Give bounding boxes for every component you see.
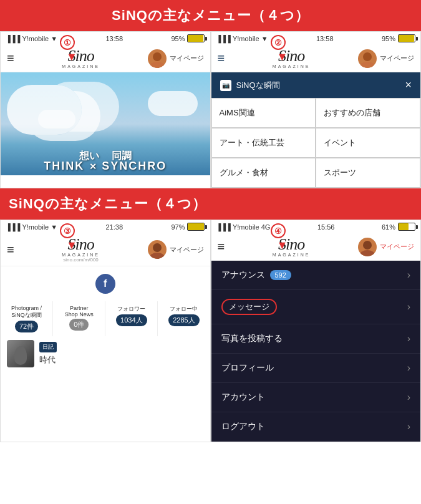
status-bar-3: ▐▐▐ Y!mobile ▼ 21:38 97% bbox=[1, 220, 210, 233]
svg-point-0 bbox=[153, 52, 162, 61]
app-header-4: ≡ Sino MAGAZINE マイページ bbox=[211, 233, 421, 261]
avatar-3 bbox=[148, 240, 167, 259]
avatar-4 bbox=[358, 238, 377, 256]
tab-follower[interactable]: フォロワー 1034人 bbox=[105, 301, 158, 336]
menu-item-art[interactable]: アート・伝統工芸 bbox=[211, 128, 316, 158]
facebook-icon[interactable]: f bbox=[95, 274, 115, 294]
status-bar-2: ▐▐▐ Y!mobile ▼ 13:58 95% bbox=[211, 32, 421, 45]
mid-banner: SiNQの主なメニュー（４つ） bbox=[0, 188, 421, 220]
mypage-1[interactable]: マイページ bbox=[148, 49, 204, 68]
app-header-3: ≡ Sino MAGAZINE sino.com/m/000 マイページ bbox=[1, 233, 210, 266]
screen4: ④ ▼ ▐▐▐ Y!mobile 4G 15:56 61% ≡ Sino MA bbox=[211, 220, 422, 442]
battery-3 bbox=[187, 223, 205, 231]
mypage-4[interactable]: マイページ bbox=[358, 238, 414, 256]
menu-item-profile[interactable]: プロフィール › bbox=[211, 354, 421, 383]
arrow-2: ▼ bbox=[277, 51, 288, 64]
screen3: ③ ▼ ▐▐▐ Y!mobile ▼ 21:38 97% ≡ Sino bbox=[0, 220, 211, 442]
menu-item-osusume[interactable]: おすすめの店舗 bbox=[316, 98, 420, 128]
svg-point-3 bbox=[360, 62, 375, 68]
menu-item-post[interactable]: 写真を投稿する › bbox=[211, 324, 421, 354]
menu-item-logout[interactable]: ログアウト › bbox=[211, 412, 421, 442]
screen2: ② ▼ ▐▐▐ Y!mobile ▼ 13:58 95% ≡ Sino bbox=[211, 31, 422, 188]
svg-point-7 bbox=[360, 250, 375, 256]
menu-item-announce[interactable]: アナウンス 592 › bbox=[211, 261, 421, 290]
chevron-icon-4: › bbox=[407, 362, 410, 374]
menu-grid: AiMS関連 おすすめの店舗 アート・伝統工芸 イベント グルメ・食材 スポーツ bbox=[211, 98, 421, 188]
tab-photogram[interactable]: Photogram /SiNQな瞬間 72件 bbox=[1, 301, 53, 336]
screen1: ① ▼ ▐▐▐ Y!mobile ▼ 13:58 95% ≡ S bbox=[0, 31, 211, 188]
chevron-icon-1: › bbox=[407, 269, 410, 281]
menu-overlay: 📷 SiNQな瞬間 × AiMS関連 おすすめの店舗 アート・伝統工芸 イベント… bbox=[211, 72, 421, 188]
arrow-1: ▼ bbox=[66, 51, 77, 64]
profile-tabs: Photogram /SiNQな瞬間 72件 PartnerShop News … bbox=[1, 301, 210, 336]
battery-4 bbox=[398, 223, 415, 231]
svg-point-6 bbox=[363, 241, 372, 250]
signal-2: ▐▐▐ Y!mobile ▼ bbox=[216, 35, 268, 42]
bottom-screens-row: ③ ▼ ▐▐▐ Y!mobile ▼ 21:38 97% ≡ Sino bbox=[0, 220, 421, 442]
menu-item-account[interactable]: アカウント › bbox=[211, 383, 421, 412]
hamburger-icon-1[interactable]: ≡ bbox=[7, 51, 14, 65]
message-circled: メッセージ bbox=[221, 299, 277, 315]
app-header-2: ≡ Sino MAGAZINE マイページ bbox=[211, 45, 421, 72]
svg-point-5 bbox=[150, 253, 165, 259]
mypage-3[interactable]: マイページ bbox=[148, 240, 204, 259]
logo-2: Sino MAGAZINE bbox=[225, 48, 358, 69]
svg-point-4 bbox=[153, 243, 162, 252]
profile-entry: 日記 時代 bbox=[1, 336, 210, 371]
status-bar-1: ▐▐▐ Y!mobile ▼ 13:58 95% bbox=[1, 32, 210, 45]
menu-item-aims[interactable]: AiMS関連 bbox=[211, 98, 316, 128]
hamburger-icon-2[interactable]: ≡ bbox=[218, 51, 225, 65]
menu-header: 📷 SiNQな瞬間 × bbox=[211, 72, 421, 98]
camera-icon: 📷 bbox=[220, 80, 231, 91]
menu-item-event[interactable]: イベント bbox=[316, 128, 420, 158]
logo-3: Sino MAGAZINE sino.com/m/000 bbox=[14, 236, 148, 263]
avatar-2 bbox=[358, 49, 377, 68]
badge-4: ④ bbox=[271, 223, 286, 238]
announce-badge: 592 bbox=[270, 270, 291, 280]
signal-3: ▐▐▐ Y!mobile ▼ bbox=[6, 223, 57, 231]
menu-item-gurume[interactable]: グルメ・食材 bbox=[211, 158, 316, 188]
close-button[interactable]: × bbox=[405, 79, 412, 92]
arrow-4: ▼ bbox=[277, 239, 288, 252]
logo-4: Sino MAGAZINE bbox=[225, 236, 358, 257]
tab-following[interactable]: フォロー中 2285人 bbox=[158, 301, 210, 336]
menu-item-message[interactable]: メッセージ › bbox=[211, 290, 421, 324]
hamburger-icon-4[interactable]: ≡ bbox=[218, 240, 225, 254]
top-screens-row: ① ▼ ▐▐▐ Y!mobile ▼ 13:58 95% ≡ S bbox=[0, 31, 421, 188]
menu-item-sports[interactable]: スポーツ bbox=[316, 158, 420, 188]
chevron-icon-3: › bbox=[407, 333, 410, 344]
battery-1 bbox=[187, 34, 205, 42]
chevron-icon-2: › bbox=[407, 301, 410, 313]
mypage-2[interactable]: マイページ bbox=[358, 49, 414, 68]
arrow-3: ▼ bbox=[66, 239, 77, 252]
badge-2: ② bbox=[271, 35, 286, 50]
signal-1: ▐▐▐ Y!mobile ▼ bbox=[6, 35, 57, 42]
chevron-icon-6: › bbox=[407, 421, 410, 432]
mypage-menu-list: アナウンス 592 › メッセージ › 写真を投稿する › プロフィール › bbox=[211, 261, 421, 442]
hamburger-icon-3[interactable]: ≡ bbox=[7, 243, 14, 257]
svg-point-1 bbox=[150, 62, 165, 68]
diary-thumbnail bbox=[7, 340, 34, 367]
avatar-1 bbox=[148, 49, 167, 68]
status-bar-4: ▐▐▐ Y!mobile 4G 15:56 61% bbox=[211, 220, 421, 233]
battery-2 bbox=[398, 34, 415, 42]
svg-point-2 bbox=[363, 52, 372, 61]
top-banner: SiNQの主なメニュー（４つ） bbox=[0, 0, 421, 31]
badge-1: ① bbox=[60, 35, 75, 50]
app-header-1: ≡ Sino MAGAZINE マイページ bbox=[1, 45, 210, 72]
badge-3: ③ bbox=[60, 223, 75, 238]
signal-4: ▐▐▐ Y!mobile 4G bbox=[216, 223, 271, 231]
chevron-icon-5: › bbox=[407, 392, 410, 403]
hero-image-1: 想い 同調 THINK ✕ SYNCHRO bbox=[1, 72, 210, 175]
logo-1: Sino MAGAZINE bbox=[14, 48, 148, 69]
tab-partner[interactable]: PartnerShop News 0件 bbox=[53, 301, 105, 336]
